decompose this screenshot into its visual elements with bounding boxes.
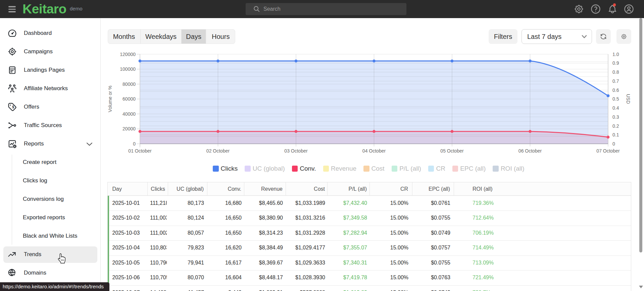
svg-text:USD: USD <box>626 94 631 104</box>
svg-text:1.0: 1.0 <box>612 52 619 57</box>
svg-text:0: 0 <box>612 141 615 147</box>
svg-text:0.7: 0.7 <box>612 78 619 84</box>
svg-text:0.2: 0.2 <box>612 123 619 129</box>
svg-text:0.9: 0.9 <box>612 60 619 66</box>
svg-text:120000: 120000 <box>120 52 136 57</box>
svg-text:0.5: 0.5 <box>612 96 619 102</box>
svg-text:0.1: 0.1 <box>612 132 619 137</box>
svg-text:100000: 100000 <box>120 66 136 72</box>
svg-text:0: 0 <box>133 141 136 147</box>
svg-text:80000: 80000 <box>122 81 136 87</box>
svg-text:0.3: 0.3 <box>612 114 619 120</box>
svg-text:20000: 20000 <box>122 126 136 131</box>
svg-text:40000: 40000 <box>122 111 136 117</box>
svg-text:0.8: 0.8 <box>612 69 619 75</box>
svg-text:02 October: 02 October <box>206 148 230 154</box>
svg-text:06 October: 06 October <box>518 148 542 154</box>
svg-text:$: $ <box>12 105 14 109</box>
svg-text:0.6: 0.6 <box>612 88 619 93</box>
svg-text:60000: 60000 <box>122 96 136 102</box>
svg-text:05 October: 05 October <box>440 148 464 154</box>
svg-text:Volume or %: Volume or % <box>107 85 113 112</box>
svg-text:01 October: 01 October <box>128 148 152 154</box>
svg-text:07 October: 07 October <box>596 148 620 154</box>
svg-text:0.4: 0.4 <box>612 105 619 111</box>
svg-text:03 October: 03 October <box>284 148 308 154</box>
svg-text:04 October: 04 October <box>362 148 386 154</box>
